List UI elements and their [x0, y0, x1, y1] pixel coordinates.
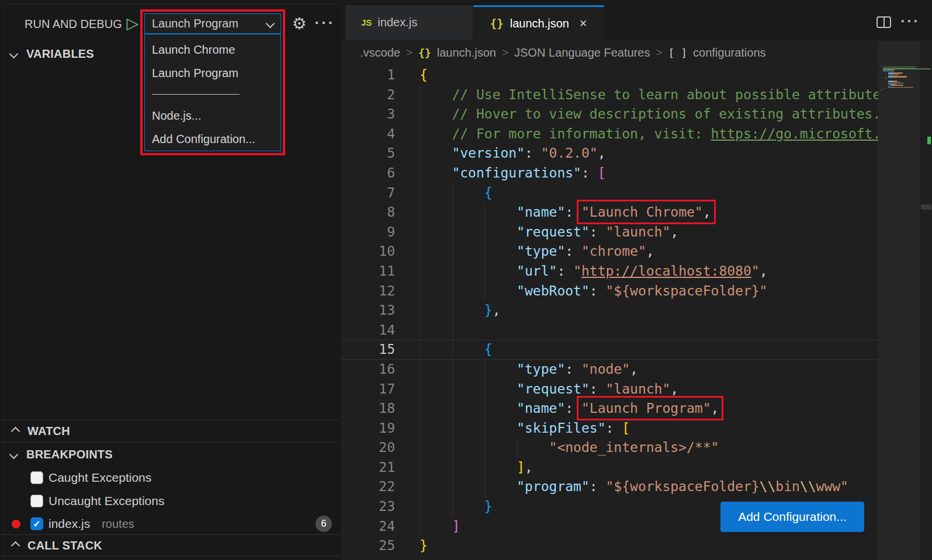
dropdown-item[interactable]: Launch Program: [145, 61, 280, 85]
code-line: 18 "name": "Launch Program",: [341, 399, 878, 419]
sidebar-section-call-stack[interactable]: CALL STACK: [0, 535, 339, 556]
debug-config-dropdown-list: Launch ChromeLaunch ProgramNode.js...Add…: [144, 34, 281, 151]
code-token: [: [622, 420, 630, 436]
code-token: :: [565, 361, 581, 377]
code-token: "type": [517, 244, 565, 259]
more-actions-icon[interactable]: ···: [313, 14, 337, 34]
breadcrumb-item[interactable]: JSON Language Features: [514, 46, 650, 60]
code-token: "type": [517, 361, 565, 377]
dropdown-item[interactable]: Node.js...: [145, 104, 280, 127]
code-token: [: [598, 165, 606, 180]
gear-icon[interactable]: ⚙: [289, 14, 309, 34]
tab-index.js[interactable]: JSindex.js: [345, 5, 473, 40]
breadcrumb-separator-icon: >: [656, 46, 662, 59]
breadcrumb-item[interactable]: configurations: [693, 46, 766, 60]
line-content: "request": "launch",: [420, 380, 678, 399]
breakpoint-row: ✓index.jsroutes6: [0, 512, 339, 535]
line-number: 21: [341, 458, 420, 478]
code-token: }: [484, 302, 493, 318]
breadcrumb: .vscode>{}launch.json>JSON Language Feat…: [341, 40, 932, 65]
section-label: WATCH: [27, 425, 70, 438]
line-number: 7: [341, 183, 420, 203]
dropdown-item[interactable]: Add Configuration...: [145, 127, 280, 151]
code-token: http://localhost:8080: [581, 263, 751, 279]
line-content: "request": "launch",: [420, 222, 678, 242]
braces-file-icon: {}: [490, 17, 504, 30]
minimap-line: [881, 90, 881, 91]
add-configuration-button[interactable]: Add Configuration...: [720, 502, 864, 532]
code-token: :: [590, 381, 606, 396]
code-token: [420, 283, 517, 298]
code-token: [420, 145, 452, 161]
close-icon[interactable]: ✕: [579, 18, 587, 30]
code-line: 8 "name": "Launch Chrome",: [341, 203, 878, 222]
chevron-down-icon: [266, 19, 275, 29]
start-debugging-button[interactable]: ▷: [124, 13, 141, 34]
code-line: 12 "webRoot": "${workspaceFolder}": [341, 281, 878, 301]
line-content: {: [420, 183, 493, 203]
debug-config-dropdown[interactable]: Launch Program: [144, 13, 281, 34]
line-number: 1: [341, 65, 420, 85]
js-file-icon: JS: [361, 18, 372, 27]
minimap-line: [903, 68, 931, 69]
code-editor[interactable]: 1{2 // Use IntelliSense to learn about p…: [341, 65, 878, 560]
minimap-line: [885, 88, 886, 89]
breadcrumb-item[interactable]: .vscode: [360, 46, 400, 60]
minimap[interactable]: [878, 41, 920, 560]
count-badge: 6: [316, 516, 332, 532]
line-number: 22: [341, 477, 420, 497]
code-token: "${workspaceFolder}": [606, 283, 768, 298]
code-line: 6 "configurations": [: [341, 164, 878, 183]
minimap-line: [895, 87, 906, 88]
line-number: 13: [341, 301, 420, 321]
code-token: "node": [581, 361, 630, 377]
code-line: 14: [341, 321, 878, 340]
breakpoint-checkbox[interactable]: [30, 471, 43, 484]
line-number: 9: [341, 222, 420, 242]
code-token: :: [565, 401, 581, 416]
section-label: BREAKPOINTS: [26, 448, 113, 461]
code-token: "<node_internals>/**": [549, 440, 719, 455]
code-line: 1{: [341, 65, 878, 85]
annotation-red-box: "Launch Chrome",: [581, 204, 711, 220]
line-number: 20: [341, 438, 420, 458]
code-token: ,: [646, 244, 654, 259]
braces-icon: {}: [418, 47, 431, 59]
breakpoint-label: Uncaught Exceptions: [48, 494, 164, 508]
line-content: "url": "http://localhost:8080",: [420, 262, 768, 281]
breadcrumb-item[interactable]: launch.json: [437, 46, 496, 60]
code-token: bin: [775, 479, 800, 494]
code-token: [420, 165, 452, 180]
minimap-line: [902, 72, 903, 73]
line-number: 19: [341, 419, 420, 439]
dropdown-item[interactable]: Launch Chrome: [145, 38, 280, 61]
code-token: ,: [703, 204, 711, 220]
code-token: "${workspaceFolder}: [606, 479, 760, 494]
minimap-line: [883, 89, 884, 89]
code-token: "webRoot": [517, 283, 590, 298]
line-number: 5: [341, 144, 420, 164]
sidebar-section-watch[interactable]: WATCH: [0, 420, 339, 442]
code-token: :: [590, 224, 606, 239]
code-token: "version": [452, 145, 525, 161]
minimap-line: [903, 83, 903, 84]
breakpoint-checkbox[interactable]: ✓: [30, 517, 43, 530]
breakpoint-dot-icon[interactable]: [12, 520, 20, 528]
breakpoint-row: Caught Exceptions: [0, 466, 339, 489]
editor-more-actions-icon[interactable]: ···: [899, 13, 922, 32]
line-number: 3: [341, 105, 420, 124]
sidebar-section-breakpoints[interactable]: BREAKPOINTS: [0, 443, 339, 466]
code-line: 4 // For more information, visit: https:…: [341, 124, 878, 144]
split-editor-icon[interactable]: [876, 16, 891, 28]
code-token: [420, 244, 517, 259]
code-token: ,: [525, 460, 533, 475]
scrollbar-slider[interactable]: [921, 204, 931, 210]
breakpoint-checkbox[interactable]: [30, 495, 43, 507]
sidebar-top-divider: [4, 4, 339, 5]
code-token: [420, 106, 452, 121]
code-token: :: [606, 420, 622, 436]
code-token: {: [484, 185, 493, 200]
tab-launch.json[interactable]: {}launch.json✕: [473, 5, 604, 40]
line-content: // Use IntelliSense to learn about possi…: [420, 85, 878, 105]
line-number: 6: [341, 164, 420, 183]
